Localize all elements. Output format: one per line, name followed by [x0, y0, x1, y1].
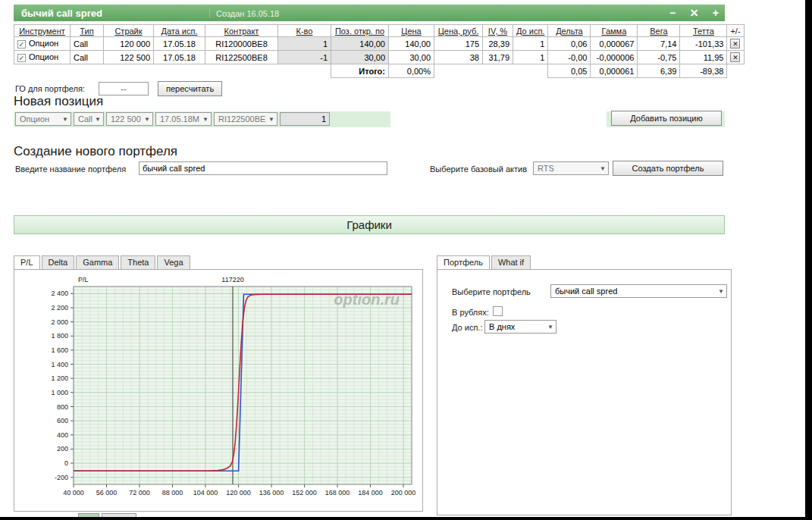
- column-header-11[interactable]: Дельта: [548, 25, 591, 37]
- portfolio-name-label: Введите название портфеля: [15, 164, 126, 174]
- new-portfolio-heading: Создание нового портфеля: [14, 144, 177, 159]
- positions-table: ИнструментТипСтрайкДата исп.КонтрактК-во…: [14, 24, 745, 78]
- y-tick-label: 2 000: [51, 318, 68, 326]
- select-portfolio-label: Выберите портфель: [452, 287, 531, 296]
- chevron-down-icon: ▼: [62, 116, 68, 123]
- cell-iv: 31,79: [483, 51, 513, 64]
- chart-tab-gamma[interactable]: Gamma: [76, 255, 119, 270]
- new-position-instrument-select[interactable]: Опцион ▼: [15, 112, 71, 126]
- days-select[interactable]: В днях ▼: [484, 320, 556, 334]
- x-tick-label: 136 000: [259, 489, 284, 497]
- base-asset-label: Выберите базовый актив: [430, 164, 527, 174]
- column-header-8[interactable]: Цена, руб.: [434, 25, 483, 37]
- cell-gamma: 0,000067: [591, 37, 638, 51]
- totals-delta: 0,05: [548, 64, 591, 78]
- y-tick-label: 800: [57, 403, 68, 411]
- chevron-down-icon: ▼: [144, 116, 150, 123]
- column-header-0[interactable]: Инструмент: [14, 25, 71, 37]
- column-header-10[interactable]: До исп.: [513, 25, 548, 37]
- portfolio-name-input[interactable]: [139, 161, 387, 175]
- new-position-type-select[interactable]: Call ▼: [74, 112, 104, 126]
- asset-value: RTS: [538, 164, 554, 173]
- chevron-down-icon: ▼: [718, 288, 724, 295]
- chevron-down-icon: ▼: [202, 116, 208, 123]
- x-tick-label: 184 000: [358, 489, 383, 497]
- portfolio-select-value: бычий call spred: [555, 287, 617, 296]
- cell-delete: ✕: [727, 37, 744, 51]
- cell-open_at: 30,00: [331, 51, 389, 64]
- chart-tab-p-l[interactable]: P/L: [14, 255, 40, 270]
- column-header-3[interactable]: Дата исп.: [154, 25, 205, 37]
- create-portfolio-button[interactable]: Создать портфель: [613, 161, 723, 176]
- y-tick-label: 1 200: [51, 374, 68, 382]
- watermark: option.ru: [334, 291, 400, 308]
- pl-chart: 40 00056 00072 00088 000104 000120 00013…: [14, 270, 422, 511]
- chart-tab-vega[interactable]: Vega: [157, 255, 190, 270]
- days-label: До исп.:: [452, 323, 482, 332]
- cell-days: 1: [513, 51, 548, 64]
- delete-row-button[interactable]: ✕: [730, 39, 740, 49]
- y-tick-label: 2 400: [51, 290, 68, 297]
- delete-row-button[interactable]: ✕: [730, 52, 740, 62]
- y-tick-label: 2 200: [51, 304, 68, 312]
- column-header-14[interactable]: Тетта: [680, 25, 727, 37]
- totals-gamma: 0,000061: [591, 64, 638, 78]
- cell-vega: -0,75: [638, 51, 680, 64]
- row-checkbox[interactable]: ✓: [17, 54, 26, 62]
- pl-chart-box: 40 00056 00072 00088 000104 000120 00013…: [14, 269, 423, 512]
- cell-qty: -1: [278, 51, 331, 64]
- cell-delta: -0,00: [548, 51, 591, 64]
- totals-price-pct: 0,00%: [389, 64, 434, 78]
- column-header-12[interactable]: Гамма: [591, 25, 638, 37]
- base-asset-select[interactable]: RTS ▼: [533, 161, 609, 175]
- cell-delete: ✕: [727, 51, 744, 64]
- x-tick-label: 88 000: [162, 489, 183, 497]
- go-input[interactable]: [99, 82, 149, 96]
- column-header-5[interactable]: К-во: [278, 25, 331, 37]
- minimize-icon[interactable]: −: [669, 7, 676, 19]
- column-header-1[interactable]: Тип: [71, 25, 104, 37]
- x-tick-label: 200 000: [391, 489, 416, 497]
- row-checkbox[interactable]: ✓: [17, 40, 26, 49]
- new-position-strike-select[interactable]: 122 500 ▼: [106, 112, 153, 126]
- column-header-6[interactable]: Поз. откр. по: [331, 25, 389, 37]
- screen-edge-right: [805, 0, 812, 520]
- cell-contract: RI122500BE8: [205, 51, 278, 64]
- charts-section-header: Графики: [14, 215, 725, 234]
- add-icon[interactable]: +: [713, 7, 719, 19]
- cell-instrument: ✓Опцион: [14, 37, 71, 51]
- portfolio-select[interactable]: бычий call spred ▼: [550, 284, 727, 298]
- chevron-down-icon: ▼: [600, 165, 606, 172]
- y-tick-label: 200: [57, 445, 68, 453]
- column-header-9[interactable]: IV, %: [483, 25, 513, 37]
- recalculate-button[interactable]: пересчитать: [158, 81, 222, 96]
- column-header-4[interactable]: Контракт: [205, 25, 278, 37]
- portfolio-titlebar: бычий call spred Создан 16.05.18 − ✕ +: [14, 5, 725, 21]
- cell-type: Call: [71, 37, 104, 51]
- column-header-2[interactable]: Страйк: [104, 25, 154, 37]
- panel-tab-what-if[interactable]: What if: [491, 255, 531, 270]
- new-position-contract-select[interactable]: RI122500BE8 ▼: [214, 112, 277, 126]
- column-header-13[interactable]: Вега: [638, 25, 680, 37]
- cell-vega: 7,14: [638, 37, 680, 51]
- portfolio-panel-tabs: ПортфельWhat if: [437, 255, 532, 270]
- close-icon[interactable]: ✕: [690, 7, 699, 19]
- x-tick-label: 168 000: [325, 489, 350, 497]
- new-position-qty-input[interactable]: [280, 112, 330, 126]
- chart-tab-delta[interactable]: Delta: [42, 255, 75, 270]
- cell-exp_date: 17.05.18: [154, 37, 205, 51]
- add-position-button[interactable]: Добавить позицию: [611, 111, 722, 126]
- price-marker-label: 117220: [221, 276, 243, 283]
- contract-value: RI122500BE8: [218, 114, 266, 124]
- panel-tab-портфель[interactable]: Портфель: [437, 255, 490, 270]
- chart-tabs: P/LDeltaGammaThetaVega: [14, 255, 192, 270]
- totals-label: Итого:: [331, 64, 389, 78]
- column-header-7[interactable]: Цена: [389, 25, 434, 37]
- cell-days: 1: [513, 37, 548, 51]
- chart-tab-theta[interactable]: Theta: [121, 255, 155, 270]
- x-tick-label: 152 000: [292, 489, 317, 497]
- totals-vega: 6,39: [638, 64, 680, 78]
- rubles-checkbox[interactable]: [493, 306, 503, 316]
- chevron-down-icon: ▼: [95, 116, 101, 123]
- new-position-date-select[interactable]: 17.05.18М ▼: [155, 112, 212, 126]
